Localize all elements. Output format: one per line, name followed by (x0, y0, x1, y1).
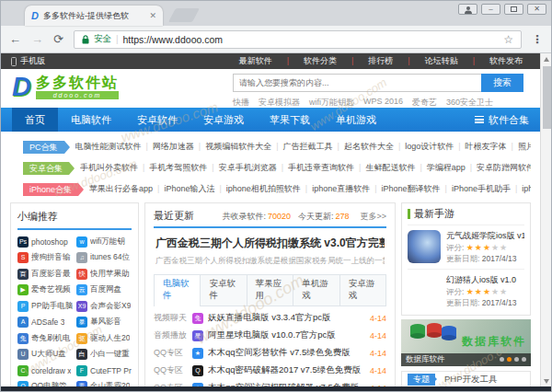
nav-item[interactable]: 安卓软件 (124, 108, 190, 132)
site-logo[interactable]: D 多多软件站 ddooo.com (12, 73, 196, 100)
collection-link[interactable]: 视频编辑软件大全 (194, 141, 271, 153)
app-item[interactable]: 驱 驱动人生20 (76, 332, 132, 345)
app-item[interactable]: 云 百度网盘 (76, 284, 132, 297)
app-item[interactable]: 白 小白一键重 (76, 349, 132, 362)
recent-tab[interactable]: 单机游戏 (293, 274, 339, 306)
maximize-button[interactable] (504, 4, 523, 15)
nav-item[interactable]: 首页 (12, 108, 58, 132)
collection-link[interactable]: 网络加速器 (142, 141, 194, 153)
game-item[interactable]: 元气战姬学院ios版 v1.0 评分: ★★★★★ 更新日期: 2017/4/1… (408, 225, 524, 269)
game-item[interactable]: 幻游猎人ios版 v1.0 评分: ★★★★★ 更新日期: 2017/4/13 (408, 269, 524, 313)
recent-tab[interactable]: 安卓软件 (201, 274, 247, 306)
software-title-link[interactable]: 阿里星球电脑版 v10.0.7官方pc版 (208, 329, 366, 341)
mobile-version-link[interactable]: 手机版 (20, 55, 45, 67)
update-category[interactable]: 视频聊天 (154, 312, 192, 324)
tab-close-icon[interactable]: ✕ (149, 11, 156, 20)
collection-link[interactable]: iphone相机拍照软件 (214, 183, 300, 195)
address-bar[interactable]: 安全 | https://www.ddooo.com ☆ (74, 30, 522, 49)
back-icon[interactable]: ← (9, 33, 21, 45)
recent-tab[interactable]: 电脑软件 (154, 274, 201, 306)
topbar-link[interactable]: 最新软件 (232, 55, 280, 67)
recent-tab[interactable]: 安卓游戏 (340, 274, 386, 306)
promo-banner[interactable]: 数据库软件 数据库软件 (401, 319, 531, 366)
game-title[interactable]: 元气战姬学院ios版 v1.0 (446, 230, 524, 241)
profile-icon[interactable] (458, 4, 477, 15)
refresh-icon[interactable]: ⟳ (53, 33, 63, 45)
collection-link[interactable]: 生鲜配送软件 (354, 162, 415, 174)
page-scrollbar[interactable] (540, 53, 551, 386)
nav-item[interactable]: 单机游戏 (323, 108, 389, 132)
topbar-link[interactable]: 论坛转贴 (400, 55, 465, 67)
app-item[interactable]: U U大师U盘 (17, 349, 73, 362)
hot-word-link[interactable]: 爱奇艺 (412, 97, 437, 109)
collection-link[interactable]: iphone直播软件 (301, 183, 370, 195)
collection-link[interactable]: 广告拦截工具 (271, 141, 332, 153)
software-title-link[interactable]: 妖妖直播电脑版 v3.3.4官方pc版 (208, 312, 366, 324)
close-button[interactable]: ✕ (527, 4, 546, 15)
search-input[interactable] (233, 74, 481, 92)
topic-title-link[interactable]: PHP开发工具 (444, 374, 498, 386)
update-category[interactable]: QQ专区 (154, 364, 192, 376)
scrollbar-thumb[interactable] (543, 66, 551, 129)
update-category[interactable]: QQ专区 (154, 347, 192, 359)
iphone-collection-label[interactable]: iPhone合集 (23, 183, 78, 196)
app-item[interactable]: 快 快用苹果助 (76, 268, 132, 281)
collection-link[interactable]: 照片神器大全 (507, 141, 531, 153)
app-item[interactable]: X9 会声会影X9 (76, 300, 132, 313)
search-button[interactable]: 搜索 (481, 74, 523, 92)
featured-title[interactable]: 广西金税三期个人所得税扣缴系统 v3.0官方完整安装 (155, 236, 385, 251)
scroll-up-icon[interactable] (541, 53, 551, 65)
carousel-dot[interactable] (500, 357, 504, 362)
browser-menu-icon[interactable]: ⋮ (532, 33, 543, 46)
hot-word-link[interactable]: 安卓模拟器 (259, 97, 300, 109)
carousel-dot-active[interactable] (507, 357, 512, 362)
app-item[interactable]: S 搜狗拼音输 (17, 252, 73, 265)
hot-word-link[interactable]: wifi万能钥匙 (309, 97, 354, 109)
collection-link[interactable]: 学编程app (415, 162, 465, 174)
scroll-down-icon[interactable] (541, 375, 551, 386)
topbar-link[interactable]: 软件发布 (466, 55, 530, 67)
new-tab-button[interactable] (168, 8, 200, 22)
browser-tab[interactable]: D 多多软件站-提供绿色软 ✕ (25, 6, 163, 26)
app-item[interactable]: F CuteFTP Pr (76, 364, 132, 377)
app-item[interactable]: 兔 奇兔刷机电 (17, 332, 73, 345)
nav-item[interactable]: 电脑软件 (58, 108, 124, 132)
forward-icon[interactable]: → (31, 33, 43, 45)
collection-link[interactable]: 叶根友字体 (454, 141, 506, 153)
collection-link[interactable]: 安卓手机浏览器 (207, 162, 276, 174)
app-item[interactable]: 百 百度影音最 (17, 268, 73, 281)
collection-link[interactable]: iPhone手机助手 (441, 183, 511, 195)
more-link[interactable]: 更多>> (360, 211, 386, 223)
android-collection-label[interactable]: 安卓合集 (23, 162, 69, 175)
game-title[interactable]: 幻游猎人ios版 v1.0 (446, 274, 524, 285)
collection-link[interactable]: 手机叫外卖软件 (80, 162, 138, 174)
nav-item[interactable]: 安卓游戏 (190, 108, 257, 132)
carousel-dot[interactable] (514, 357, 519, 362)
bookmark-star-icon[interactable]: ☆ (503, 33, 513, 46)
collection-link[interactable]: iPhone输入法 (153, 183, 214, 195)
minimize-button[interactable]: – (481, 4, 500, 15)
collection-link[interactable]: 起名软件大全 (333, 141, 394, 153)
collection-link[interactable]: 电脑性能测试软件 (75, 141, 142, 153)
nav-item[interactable]: 苹果下载 (257, 108, 323, 132)
app-item[interactable]: ▶ 爱奇艺视频 (17, 284, 73, 297)
app-item[interactable]: ♫ itunes 64位 (76, 252, 132, 265)
app-item[interactable]: P PP助手电脑 (17, 300, 73, 313)
app-item[interactable]: Ps photoshop (17, 236, 73, 248)
url-text[interactable]: https://www.ddooo.com (123, 34, 500, 45)
collection-link[interactable]: iphone收音机软件 (511, 183, 531, 195)
collection-link[interactable]: logo设计软件 (394, 141, 454, 153)
topbar-link[interactable]: 排行榜 (344, 55, 400, 67)
topbar-link[interactable]: 软件分类 (280, 55, 344, 67)
app-item[interactable]: C coreldraw x (17, 364, 73, 377)
nav-collections[interactable]: 软件合集 (475, 113, 529, 127)
collection-link[interactable]: iPhone翻译软件 (370, 183, 440, 195)
recent-tab[interactable]: 苹果应用 (247, 274, 293, 306)
pc-collection-label[interactable]: PC合集 (23, 141, 64, 154)
software-title-link[interactable]: 木木qq空间彩替软件 v7.5绿色免费版 (208, 347, 366, 359)
app-item[interactable]: w wifi万能钥 (76, 236, 132, 248)
hot-word-link[interactable]: 快播 (233, 97, 249, 109)
featured-software[interactable]: 广西金税三期个人所得税扣缴系统 v3.0官方完整安装 广西金税三期个人所得税扣缴… (154, 228, 386, 272)
hot-word-link[interactable]: 360安全卫士 (446, 97, 493, 109)
app-item[interactable]: A ADSafe 3 (17, 317, 73, 329)
